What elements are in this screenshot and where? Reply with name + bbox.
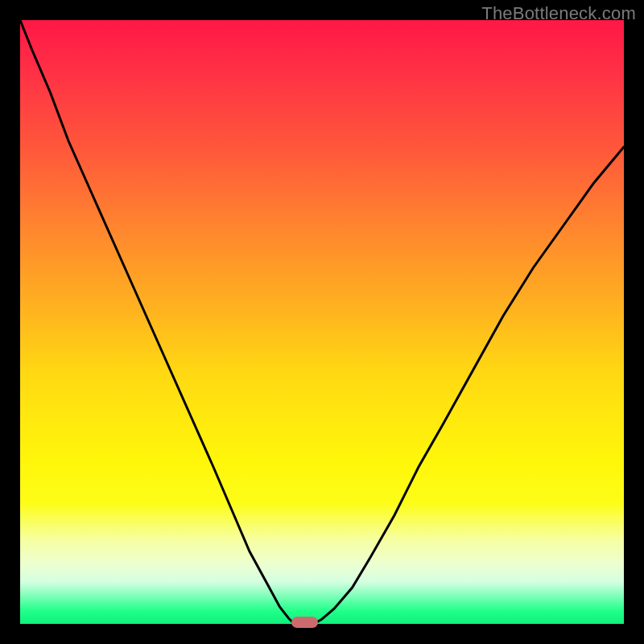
- left-curve: [20, 20, 293, 623]
- plot-area: [20, 20, 624, 624]
- chart-frame: TheBottleneck.com: [0, 0, 644, 644]
- curve-layer: [20, 20, 624, 624]
- target-marker: [291, 617, 318, 628]
- right-curve: [316, 147, 625, 623]
